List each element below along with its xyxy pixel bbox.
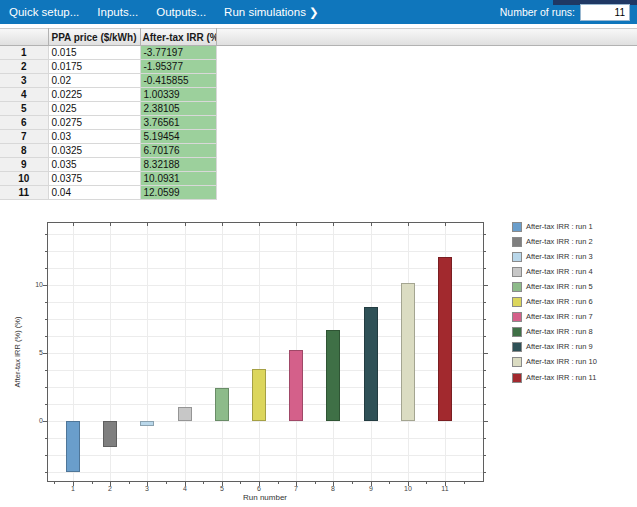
y-tick-left [45,234,47,235]
legend-swatch-icon [512,252,522,262]
y-tick-right [484,268,486,269]
y-tick-left [45,472,47,473]
legend-label: After-tax IRR : run 8 [526,327,593,337]
number-of-runs-input[interactable] [580,4,630,21]
x-tick-top [185,223,186,226]
ppa-price-cell[interactable]: 0.0375 [48,172,140,186]
legend-item-run-1: After-tax IRR : run 1 [512,221,593,232]
ppa-price-cell[interactable]: 0.0325 [48,144,140,158]
x-tick-label: 7 [284,485,308,493]
table-row: 40.02251.00339 [0,88,216,102]
x-tick-minor [315,482,316,484]
legend-label: After-tax IRR : run 11 [526,373,596,383]
y-tick-right [484,251,486,252]
y-tick-right [484,353,488,354]
table-row: 50.0252.38105 [0,102,216,116]
legend-item-run-9: After-tax IRR : run 9 [512,342,593,353]
menu-inputs[interactable]: Inputs... [97,0,138,24]
menu-run-simulations[interactable]: Run simulations ❯ [224,0,319,24]
x-tick-label: 6 [247,485,271,493]
ppa-price-cell[interactable]: 0.02 [48,74,140,88]
x-tick-minor [166,482,167,484]
irr-value-cell: 8.32188 [140,158,216,172]
menu-outputs[interactable]: Outputs... [156,0,206,24]
ppa-price-cell[interactable]: 0.03 [48,130,140,144]
y-tick-left [45,251,47,252]
y-tick-right [484,421,488,422]
x-tick-minor [352,482,353,484]
table-row: 90.0358.32188 [0,158,216,172]
ppa-price-cell[interactable]: 0.035 [48,158,140,172]
legend-item-run-7: After-tax IRR : run 7 [512,312,593,323]
x-tick-minor [92,482,93,484]
y-tick-left [45,404,47,405]
x-tick-label: 9 [359,485,383,493]
x-axis-title: Run number [205,493,325,502]
legend-swatch-icon [512,297,522,307]
irr-value-cell: 2.38105 [140,102,216,116]
y-tick-left [45,302,47,303]
table-row: 30.02-0.415855 [0,74,216,88]
run-number-cell: 7 [0,130,48,144]
legend-swatch-icon [512,327,522,337]
x-tick-minor [278,482,279,484]
table-row: 70.035.19454 [0,130,216,144]
legend-swatch-icon [512,237,522,247]
y-tick-left [45,455,47,456]
run-number-cell: 3 [0,74,48,88]
legend-swatch-icon [512,357,522,367]
x-tick-top [333,223,334,226]
legend-item-run-10: After-tax IRR : run 10 [512,357,597,368]
x-tick-label: 4 [173,485,197,493]
ppa-price-cell[interactable]: 0.0175 [48,60,140,74]
y-tick-right [484,455,486,456]
y-tick-left [45,336,47,337]
legend-swatch-icon [512,342,522,352]
parametric-table: PPA price ($/kWh) After-tax IRR (%) 10.0… [0,28,217,200]
y-tick-right [484,370,486,371]
run-number-cell: 10 [0,172,48,186]
legend-item-run-4: After-tax IRR : run 4 [512,266,593,277]
x-tick-top [259,223,260,226]
x-tick-minor [464,482,465,484]
x-tick-top [147,223,148,226]
run-number-cell: 2 [0,60,48,74]
legend-label: After-tax IRR : run 9 [526,342,593,352]
y-tick-left [45,268,47,269]
x-tick-label: 3 [135,485,159,493]
y-tick-right [484,336,486,337]
run-number-cell: 8 [0,144,48,158]
header-row-number [0,29,48,46]
ppa-price-cell[interactable]: 0.0275 [48,116,140,130]
header-ppa-price: PPA price ($/kWh) [48,29,140,46]
x-tick-top [110,223,111,226]
irr-value-cell: 3.76561 [140,116,216,130]
x-tick-minor [240,482,241,484]
header-after-tax-irr: After-tax IRR (%) [140,29,216,46]
legend-swatch-icon [512,373,522,383]
menu-quick-setup[interactable]: Quick setup... [9,0,79,24]
table-row: 80.03256.70176 [0,144,216,158]
y-tick-left [45,370,47,371]
y-tick-label: 10 [27,281,43,289]
legend-label: After-tax IRR : run 4 [526,267,593,277]
legend-label: After-tax IRR : run 2 [526,237,593,247]
y-tick-right [484,387,486,388]
y-tick-left [43,285,47,286]
number-of-runs-label: Number of runs: [500,6,575,18]
ppa-price-cell[interactable]: 0.04 [48,186,140,200]
y-tick-right [484,404,486,405]
legend-item-run-5: After-tax IRR : run 5 [512,281,593,292]
irr-value-cell: -3.77197 [140,46,216,60]
irr-value-cell: 5.19454 [140,130,216,144]
ppa-price-cell[interactable]: 0.025 [48,102,140,116]
ppa-price-cell[interactable]: 0.015 [48,46,140,60]
legend-item-run-8: After-tax IRR : run 8 [512,327,593,338]
ppa-price-cell[interactable]: 0.0225 [48,88,140,102]
x-tick-minor [54,482,55,484]
x-tick-label: 5 [210,485,234,493]
y-tick-left [43,353,47,354]
run-number-cell: 11 [0,186,48,200]
legend-item-run-3: After-tax IRR : run 3 [512,251,593,262]
y-tick-label: 0 [27,417,43,425]
